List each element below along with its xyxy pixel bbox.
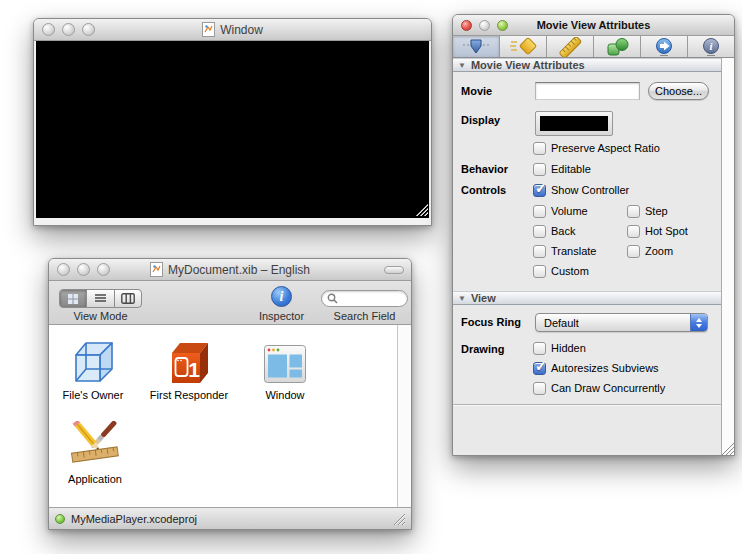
document-window-controls bbox=[57, 259, 110, 280]
checkbox-autoresizes-subviews[interactable]: Autoresizes Subviews bbox=[533, 361, 659, 375]
inspector-button[interactable]: i bbox=[271, 286, 292, 307]
tab-connections[interactable] bbox=[641, 36, 688, 57]
checkbox-editable[interactable]: Editable bbox=[533, 162, 591, 176]
checkbox-preserve-aspect-ratio[interactable]: Preserve Aspect Ratio bbox=[533, 141, 660, 155]
movie-field[interactable] bbox=[535, 82, 640, 100]
list-item-first-responder[interactable]: 1 First Responder bbox=[147, 337, 231, 401]
tab-bindings[interactable] bbox=[594, 36, 641, 57]
movie-window: Window bbox=[33, 18, 432, 226]
checkbox-box bbox=[627, 245, 640, 258]
inspector-panel: Movie View Attributes bbox=[452, 14, 735, 456]
checkbox-box bbox=[533, 265, 546, 278]
tab-effects[interactable] bbox=[500, 36, 547, 57]
checkbox-can-draw-concurrently[interactable]: Can Draw Concurrently bbox=[533, 381, 665, 395]
disclosure-triangle-icon: ▼ bbox=[458, 61, 466, 70]
minimize-button[interactable] bbox=[62, 23, 75, 36]
popup-stepper-icon bbox=[690, 314, 707, 331]
vertical-scrollbar[interactable] bbox=[721, 58, 734, 455]
document-icon bbox=[150, 262, 163, 277]
toolbar-toggle-pill[interactable] bbox=[384, 266, 404, 274]
close-button[interactable] bbox=[461, 20, 472, 31]
info-icon: i bbox=[280, 289, 284, 304]
focus-ring-label: Focus Ring bbox=[461, 316, 521, 328]
checkbox-hidden[interactable]: Hidden bbox=[533, 341, 586, 355]
section-divider bbox=[453, 404, 721, 406]
movie-window-title: Window bbox=[202, 22, 263, 37]
attributes-icon bbox=[462, 37, 490, 57]
list-item-files-owner[interactable]: File's Owner bbox=[51, 337, 135, 401]
grid-view-icon bbox=[67, 293, 79, 305]
checkbox-back[interactable]: Back bbox=[533, 224, 575, 238]
list-item-label: Window bbox=[243, 389, 327, 401]
zoom-button[interactable] bbox=[82, 23, 95, 36]
disclosure-triangle-icon: ▼ bbox=[458, 294, 466, 303]
document-toolbar: View Mode i Inspector Search Field bbox=[49, 281, 411, 325]
checkbox-box bbox=[533, 342, 546, 355]
document-window-titlebar[interactable]: MyDocument.xib – English bbox=[49, 259, 411, 281]
minimize-button[interactable] bbox=[77, 263, 90, 276]
column-view-icon bbox=[121, 293, 135, 304]
close-button[interactable] bbox=[57, 263, 70, 276]
checkbox-hot-spot[interactable]: Hot Spot bbox=[627, 224, 688, 238]
size-icon bbox=[556, 37, 584, 57]
close-button[interactable] bbox=[42, 23, 55, 36]
document-window-title: MyDocument.xib – English bbox=[150, 262, 310, 277]
checkbox-zoom[interactable]: Zoom bbox=[627, 244, 673, 258]
resize-grip-icon[interactable] bbox=[721, 442, 734, 455]
list-item-application[interactable]: Application bbox=[53, 421, 137, 485]
choose-button[interactable]: Choose... bbox=[648, 82, 709, 100]
minimize-button[interactable] bbox=[479, 20, 490, 31]
view-mode-columns-segment[interactable] bbox=[115, 290, 141, 307]
checkbox-box bbox=[533, 362, 546, 375]
tab-size[interactable] bbox=[547, 36, 594, 57]
display-color-well[interactable] bbox=[535, 111, 613, 136]
status-text: MyMediaPlayer.xcodeproj bbox=[71, 513, 197, 525]
connections-icon bbox=[650, 37, 678, 57]
section-header-view[interactable]: ▼ View bbox=[453, 291, 721, 305]
checkbox-custom[interactable]: Custom bbox=[533, 264, 589, 278]
identity-icon: i bbox=[697, 37, 725, 57]
checkbox-box bbox=[533, 142, 546, 155]
zoom-button[interactable] bbox=[97, 263, 110, 276]
search-field[interactable] bbox=[321, 290, 408, 307]
view-mode-list-segment[interactable] bbox=[87, 290, 114, 307]
movie-view-canvas[interactable] bbox=[36, 41, 429, 218]
inspector-title: Movie View Attributes bbox=[537, 19, 651, 31]
inspector-titlebar[interactable]: Movie View Attributes bbox=[453, 15, 734, 36]
color-swatch bbox=[540, 116, 608, 131]
search-icon bbox=[327, 293, 338, 304]
vertical-scrollbar[interactable] bbox=[397, 325, 411, 507]
behavior-label: Behavior bbox=[461, 163, 508, 175]
document-contents: File's Owner 1 First Responder bbox=[49, 325, 411, 507]
view-mode-label: View Mode bbox=[59, 310, 142, 322]
checkbox-step[interactable]: Step bbox=[627, 204, 668, 218]
movie-window-titlebar[interactable]: Window bbox=[34, 19, 431, 41]
checkbox-translate[interactable]: Translate bbox=[533, 244, 596, 258]
bindings-icon bbox=[603, 37, 631, 57]
checkbox-box bbox=[533, 245, 546, 258]
resize-grip-icon[interactable] bbox=[415, 203, 428, 216]
view-mode-icons-segment[interactable] bbox=[60, 290, 87, 307]
resize-grip-icon[interactable] bbox=[393, 513, 405, 525]
checkbox-box bbox=[627, 225, 640, 238]
focus-ring-popup[interactable]: Default bbox=[535, 313, 708, 332]
checkbox-volume[interactable]: Volume bbox=[533, 204, 588, 218]
section-header-movie-view-attributes[interactable]: ▼ Movie View Attributes bbox=[453, 58, 721, 72]
status-green-dot-icon bbox=[55, 514, 65, 524]
drawing-label: Drawing bbox=[461, 343, 504, 355]
zoom-button[interactable] bbox=[497, 20, 508, 31]
checkbox-box bbox=[533, 163, 546, 176]
document-window-title-text: MyDocument.xib – English bbox=[168, 263, 310, 277]
checkbox-show-controller[interactable]: Show Controller bbox=[533, 183, 629, 197]
inspector-content: ▼ Movie View Attributes Movie Choose... … bbox=[453, 58, 734, 455]
list-item-window[interactable]: Window bbox=[243, 337, 327, 401]
tab-attributes[interactable] bbox=[453, 36, 500, 57]
search-input[interactable] bbox=[338, 293, 402, 305]
list-view-icon bbox=[94, 293, 107, 304]
search-field-label: Search Field bbox=[321, 310, 408, 322]
document-window: MyDocument.xib – English View Mode i In bbox=[48, 258, 412, 530]
tab-identity[interactable]: i bbox=[688, 36, 734, 57]
controls-label: Controls bbox=[461, 184, 506, 196]
files-owner-cube-icon bbox=[51, 337, 135, 385]
list-item-label: File's Owner bbox=[51, 389, 135, 401]
